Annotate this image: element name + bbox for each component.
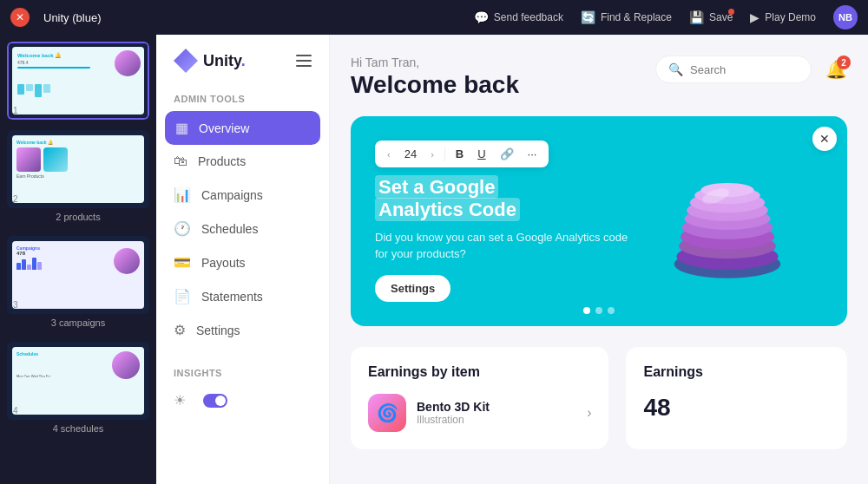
slide-thumbnail: Campaigns 478 3 [7, 236, 149, 314]
slide-number: 1 [13, 106, 18, 115]
slide-preview: Campaigns 478 [12, 241, 144, 309]
product-icon: 🌀 [368, 394, 406, 432]
font-size-chevron-left[interactable]: ‹ [384, 147, 394, 161]
more-options-button[interactable]: ··· [524, 146, 541, 162]
slide-item[interactable]: Welcome back 🔔 Earn Products 2 2 product… [7, 130, 149, 226]
slide-preview: Schedules Mon Tue Wed Thu Fri [12, 347, 144, 415]
notification-badge: 2 [837, 56, 851, 69]
sidebar: Unity. Admin tools ▦ Overview 🛍 Products… [156, 35, 330, 484]
search-box[interactable]: 🔍 [655, 56, 812, 83]
play-icon: ▶ [750, 10, 760, 24]
slide-label: 4 schedules [7, 420, 149, 437]
settings-icon: ⚙ [174, 322, 186, 338]
campaigns-icon: 📊 [174, 186, 191, 203]
logo: Unity. [174, 49, 246, 73]
link-button[interactable]: 🔗 [496, 146, 517, 162]
statements-icon: 📄 [174, 288, 191, 304]
banner-content: ‹ 24 › B U 🔗 ··· Set a Google Analytics … [375, 141, 632, 302]
play-demo-button[interactable]: ▶ Play Demo [750, 10, 816, 24]
slide-item[interactable]: Campaigns 478 3 3 campaigns [7, 236, 149, 331]
dot-3[interactable] [608, 307, 615, 314]
greeting: Hi Tam Tran, Welcome back [351, 56, 519, 99]
sun-icon[interactable]: ☀ [174, 392, 186, 409]
slide-thumbnail: Welcome back 🔔 478.4 1 [7, 42, 149, 120]
dot-2[interactable] [595, 307, 602, 314]
slide-item[interactable]: Schedules Mon Tue Wed Thu Fri 4 4 schedu… [7, 342, 149, 437]
notification-button[interactable]: 🔔 2 [825, 59, 847, 80]
underline-button[interactable]: U [474, 146, 489, 162]
sidebar-item-statements[interactable]: 📄 Statements [156, 279, 329, 313]
window-close-button[interactable]: ✕ [10, 8, 30, 27]
send-feedback-button[interactable]: 💬 Send feedback [474, 10, 563, 24]
product-subtitle: Illustration [417, 414, 576, 426]
slides-panel: Welcome back 🔔 478.4 1 [0, 35, 156, 484]
search-icon: 🔍 [668, 62, 683, 76]
text-formatting-toolbar: ‹ 24 › B U 🔗 ··· [375, 141, 549, 167]
slide-label: 2 products [7, 208, 149, 226]
header-right: 🔍 🔔 2 [655, 56, 847, 83]
banner-close-button[interactable]: ✕ [812, 127, 837, 151]
greeting-title: Welcome back [351, 71, 519, 99]
schedules-icon: 🕐 [174, 220, 191, 237]
hamburger-menu[interactable] [296, 55, 312, 67]
font-size-chevron-right[interactable]: › [427, 147, 437, 161]
banner-card: ✕ ‹ 24 › B U 🔗 ··· Set a Google Analytic… [351, 116, 847, 326]
slide-thumbnail: Schedules Mon Tue Wed Thu Fri 4 [7, 342, 149, 420]
earning-row[interactable]: 🌀 Bento 3D Kit Illustration › [368, 394, 591, 432]
sidebar-item-payouts[interactable]: 💳 Payouts [156, 245, 329, 279]
earning-info: Bento 3D Kit Illustration [417, 400, 576, 426]
sidebar-item-schedules[interactable]: 🕐 Schedules [156, 212, 329, 245]
find-replace-icon: 🔄 [581, 10, 595, 24]
banner-settings-button[interactable]: Settings [375, 275, 450, 302]
banner-pagination [583, 307, 615, 314]
topbar-actions: 💬 Send feedback 🔄 Find & Replace 💾 Save … [474, 5, 858, 29]
payouts-icon: 💳 [174, 254, 191, 271]
feedback-icon: 💬 [474, 10, 489, 24]
products-icon: 🛍 [174, 154, 187, 169]
greeting-subtitle: Hi Tam Tran, [351, 56, 519, 69]
slide-preview: Welcome back 🔔 Earn Products [12, 135, 144, 203]
sidebar-insights: Insights ☀ [156, 361, 329, 415]
sidebar-logo: Unity. [156, 49, 329, 87]
bottom-row: Earnings by item 🌀 Bento 3D Kit Illustra… [351, 347, 847, 449]
sidebar-item-products[interactable]: 🛍 Products [156, 145, 329, 178]
main-layout: Welcome back 🔔 478.4 1 [0, 35, 868, 484]
save-button[interactable]: 💾 Save [689, 10, 733, 24]
chevron-right-icon[interactable]: › [587, 405, 591, 421]
earnings-by-item-card: Earnings by item 🌀 Bento 3D Kit Illustra… [351, 347, 608, 449]
insights-section: Insights [156, 361, 329, 385]
banner-description: Did you know you can set a Google Analyt… [375, 229, 632, 263]
insights-toggle: ☀ [156, 385, 329, 415]
slide-item[interactable]: Welcome back 🔔 478.4 1 [7, 42, 149, 120]
font-size-value[interactable]: 24 [401, 146, 420, 162]
slide-number: 2 [13, 194, 18, 204]
earnings-title: Earnings [643, 364, 830, 380]
earnings-value: 48 [643, 394, 830, 422]
slide-label: 3 campaigns [7, 314, 149, 331]
earnings-card: Earnings 48 [626, 347, 847, 449]
user-avatar[interactable]: NB [833, 5, 858, 29]
slide-thumbnail: Welcome back 🔔 Earn Products 2 [7, 130, 149, 208]
main-content: Hi Tam Tran, Welcome back 🔍 🔔 2 ✕ [330, 35, 868, 484]
slide-number: 4 [13, 406, 18, 415]
insights-toggle-switch[interactable] [203, 394, 227, 408]
overview-icon: ▦ [175, 120, 188, 136]
dot-1[interactable] [583, 307, 590, 314]
content-header: Hi Tam Tran, Welcome back 🔍 🔔 2 [351, 56, 847, 99]
product-name: Bento 3D Kit [417, 400, 576, 414]
sidebar-item-overview[interactable]: ▦ Overview [165, 111, 320, 145]
toolbar-divider [444, 147, 445, 161]
banner-title: Set a Google Analytics Code [375, 176, 632, 222]
window-title: Unity (blue) [43, 11, 101, 24]
slide-number: 3 [13, 300, 18, 310]
logo-icon [174, 49, 198, 73]
search-input[interactable] [690, 63, 799, 76]
unsaved-indicator [728, 9, 734, 15]
bold-button[interactable]: B [452, 146, 467, 162]
sidebar-item-campaigns[interactable]: 📊 Campaigns [156, 178, 329, 212]
earnings-item-title: Earnings by item [368, 364, 591, 380]
slide-preview: Welcome back 🔔 478.4 [12, 47, 144, 114]
sidebar-item-settings[interactable]: ⚙ Settings [156, 313, 329, 347]
find-replace-button[interactable]: 🔄 Find & Replace [581, 10, 672, 24]
save-icon: 💾 [689, 10, 704, 24]
